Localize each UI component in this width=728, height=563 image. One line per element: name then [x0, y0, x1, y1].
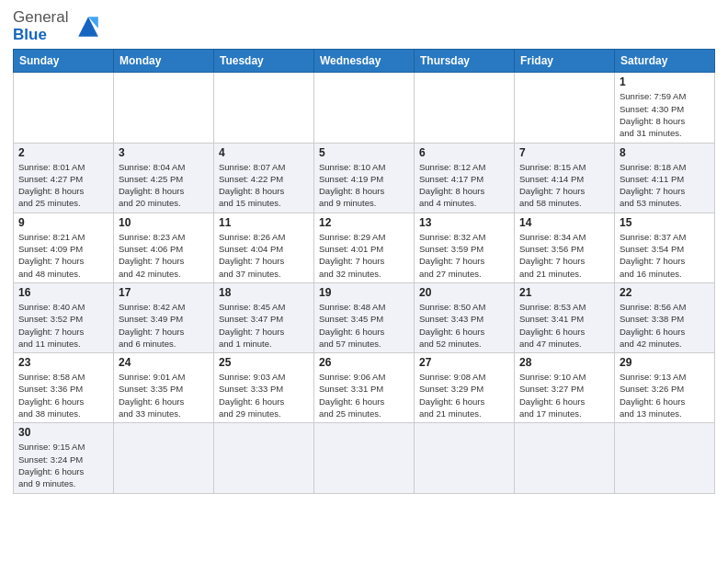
day-number: 27: [419, 356, 509, 369]
weekday-header-wednesday: Wednesday: [314, 50, 415, 73]
day-info: Sunrise: 9:06 AM Sunset: 3:31 PM Dayligh…: [319, 371, 409, 419]
weekday-header-row: SundayMondayTuesdayWednesdayThursdayFrid…: [14, 50, 715, 73]
day-number: 7: [519, 146, 609, 159]
day-info: Sunrise: 8:48 AM Sunset: 3:45 PM Dayligh…: [319, 301, 409, 350]
day-info: Sunrise: 8:42 AM Sunset: 3:49 PM Dayligh…: [119, 301, 209, 350]
day-info: Sunrise: 8:10 AM Sunset: 4:19 PM Dayligh…: [319, 161, 409, 210]
day-number: 30: [18, 426, 108, 439]
day-info: Sunrise: 9:13 AM Sunset: 3:26 PM Dayligh…: [620, 371, 710, 419]
calendar-cell: 11Sunrise: 8:26 AM Sunset: 4:04 PM Dayli…: [214, 213, 314, 282]
calendar-cell: [515, 73, 615, 143]
logo-icon: [72, 10, 105, 43]
calendar-cell: 6Sunrise: 8:12 AM Sunset: 4:17 PM Daylig…: [415, 143, 515, 213]
day-info: Sunrise: 8:26 AM Sunset: 4:04 PM Dayligh…: [219, 231, 309, 280]
calendar-cell: 29Sunrise: 9:13 AM Sunset: 3:26 PM Dayli…: [615, 353, 715, 423]
calendar-cell: 24Sunrise: 9:01 AM Sunset: 3:35 PM Dayli…: [114, 353, 214, 423]
calendar-row: 1Sunrise: 7:59 AM Sunset: 4:30 PM Daylig…: [14, 73, 715, 143]
day-number: 18: [219, 286, 309, 299]
day-number: 23: [18, 356, 108, 369]
day-number: 11: [219, 216, 309, 229]
calendar-cell: [214, 423, 314, 493]
calendar-row: 9Sunrise: 8:21 AM Sunset: 4:09 PM Daylig…: [14, 213, 715, 282]
logo-text-general: General: [13, 9, 68, 27]
day-number: 13: [419, 216, 509, 229]
calendar-row: 23Sunrise: 8:58 AM Sunset: 3:36 PM Dayli…: [14, 353, 715, 423]
calendar-cell: 10Sunrise: 8:23 AM Sunset: 4:06 PM Dayli…: [114, 213, 214, 282]
day-info: Sunrise: 8:07 AM Sunset: 4:22 PM Dayligh…: [219, 161, 309, 210]
calendar-cell: [314, 73, 415, 143]
calendar-cell: 25Sunrise: 9:03 AM Sunset: 3:33 PM Dayli…: [214, 353, 314, 423]
weekday-header-saturday: Saturday: [615, 50, 715, 73]
day-info: Sunrise: 9:08 AM Sunset: 3:29 PM Dayligh…: [419, 371, 509, 419]
calendar-row: 2Sunrise: 8:01 AM Sunset: 4:27 PM Daylig…: [14, 143, 715, 213]
day-number: 19: [319, 286, 409, 299]
calendar-cell: [415, 73, 515, 143]
calendar-cell: 9Sunrise: 8:21 AM Sunset: 4:09 PM Daylig…: [14, 213, 114, 282]
day-info: Sunrise: 8:37 AM Sunset: 3:54 PM Dayligh…: [620, 231, 710, 280]
day-number: 12: [319, 216, 409, 229]
calendar-table: SundayMondayTuesdayWednesdayThursdayFrid…: [13, 49, 715, 493]
calendar-cell: 14Sunrise: 8:34 AM Sunset: 3:56 PM Dayli…: [515, 213, 615, 282]
day-number: 8: [620, 146, 710, 159]
weekday-header-tuesday: Tuesday: [214, 50, 314, 73]
day-number: 9: [18, 216, 108, 229]
calendar-cell: [14, 73, 114, 143]
day-info: Sunrise: 8:45 AM Sunset: 3:47 PM Dayligh…: [219, 301, 309, 350]
day-info: Sunrise: 9:01 AM Sunset: 3:35 PM Dayligh…: [119, 371, 209, 419]
calendar-cell: 1Sunrise: 7:59 AM Sunset: 4:30 PM Daylig…: [615, 73, 715, 143]
day-number: 22: [620, 286, 710, 299]
calendar-cell: 26Sunrise: 9:06 AM Sunset: 3:31 PM Dayli…: [314, 353, 415, 423]
logo-text-blue: Blue: [13, 27, 68, 44]
calendar-cell: 15Sunrise: 8:37 AM Sunset: 3:54 PM Dayli…: [615, 213, 715, 282]
calendar-cell: 7Sunrise: 8:15 AM Sunset: 4:14 PM Daylig…: [515, 143, 615, 213]
calendar-cell: 16Sunrise: 8:40 AM Sunset: 3:52 PM Dayli…: [14, 282, 114, 352]
day-number: 4: [219, 146, 309, 159]
page-header: General Blue: [13, 9, 715, 43]
day-number: 10: [119, 216, 209, 229]
weekday-header-monday: Monday: [114, 50, 214, 73]
calendar-cell: 19Sunrise: 8:48 AM Sunset: 3:45 PM Dayli…: [314, 282, 415, 352]
day-info: Sunrise: 8:50 AM Sunset: 3:43 PM Dayligh…: [419, 301, 509, 350]
day-number: 14: [519, 216, 609, 229]
day-info: Sunrise: 8:34 AM Sunset: 3:56 PM Dayligh…: [519, 231, 609, 280]
calendar-cell: 22Sunrise: 8:56 AM Sunset: 3:38 PM Dayli…: [615, 282, 715, 352]
day-number: 21: [519, 286, 609, 299]
calendar-row: 30Sunrise: 9:15 AM Sunset: 3:24 PM Dayli…: [14, 423, 715, 493]
calendar-cell: 20Sunrise: 8:50 AM Sunset: 3:43 PM Dayli…: [415, 282, 515, 352]
day-info: Sunrise: 8:18 AM Sunset: 4:11 PM Dayligh…: [620, 161, 710, 210]
weekday-header-thursday: Thursday: [415, 50, 515, 73]
day-number: 29: [620, 356, 710, 369]
calendar-cell: [415, 423, 515, 493]
day-info: Sunrise: 8:32 AM Sunset: 3:59 PM Dayligh…: [419, 231, 509, 280]
weekday-header-sunday: Sunday: [14, 50, 114, 73]
day-info: Sunrise: 8:56 AM Sunset: 3:38 PM Dayligh…: [620, 301, 710, 350]
calendar-cell: 21Sunrise: 8:53 AM Sunset: 3:41 PM Dayli…: [515, 282, 615, 352]
calendar-cell: 23Sunrise: 8:58 AM Sunset: 3:36 PM Dayli…: [14, 353, 114, 423]
day-info: Sunrise: 9:10 AM Sunset: 3:27 PM Dayligh…: [519, 371, 609, 419]
day-info: Sunrise: 8:58 AM Sunset: 3:36 PM Dayligh…: [18, 371, 108, 419]
calendar-cell: 12Sunrise: 8:29 AM Sunset: 4:01 PM Dayli…: [314, 213, 415, 282]
weekday-header-friday: Friday: [515, 50, 615, 73]
calendar-cell: 18Sunrise: 8:45 AM Sunset: 3:47 PM Dayli…: [214, 282, 314, 352]
day-number: 25: [219, 356, 309, 369]
day-info: Sunrise: 8:12 AM Sunset: 4:17 PM Dayligh…: [419, 161, 509, 210]
day-info: Sunrise: 7:59 AM Sunset: 4:30 PM Dayligh…: [620, 90, 710, 139]
calendar-cell: [214, 73, 314, 143]
calendar-cell: [515, 423, 615, 493]
day-info: Sunrise: 8:23 AM Sunset: 4:06 PM Dayligh…: [119, 231, 209, 280]
day-info: Sunrise: 8:15 AM Sunset: 4:14 PM Dayligh…: [519, 161, 609, 210]
calendar-cell: 2Sunrise: 8:01 AM Sunset: 4:27 PM Daylig…: [14, 143, 114, 213]
calendar-cell: 30Sunrise: 9:15 AM Sunset: 3:24 PM Dayli…: [14, 423, 114, 493]
day-info: Sunrise: 8:29 AM Sunset: 4:01 PM Dayligh…: [319, 231, 409, 280]
calendar-cell: [114, 423, 214, 493]
day-number: 5: [319, 146, 409, 159]
calendar-cell: [314, 423, 415, 493]
calendar-cell: [615, 423, 715, 493]
calendar-cell: 8Sunrise: 8:18 AM Sunset: 4:11 PM Daylig…: [615, 143, 715, 213]
day-number: 1: [620, 75, 710, 88]
logo: General Blue: [13, 9, 105, 43]
day-number: 3: [119, 146, 209, 159]
day-info: Sunrise: 8:01 AM Sunset: 4:27 PM Dayligh…: [18, 161, 108, 210]
day-number: 2: [18, 146, 108, 159]
day-info: Sunrise: 8:04 AM Sunset: 4:25 PM Dayligh…: [119, 161, 209, 210]
